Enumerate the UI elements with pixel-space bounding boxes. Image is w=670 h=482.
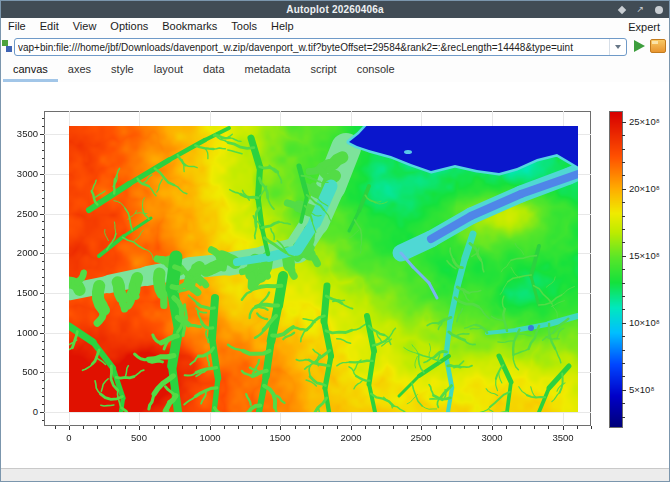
tab-canvas[interactable]: canvas [3,60,58,82]
y-minor-tick [42,245,45,246]
datasource-type-icon [2,40,13,53]
inspect-uri-button[interactable] [649,38,667,56]
x-minor-tick [309,426,310,429]
y-minor-tick [42,388,45,389]
file-inspect-icon [650,39,666,53]
y-minor-tick [42,166,45,167]
maximize-icon[interactable]: ↗ [636,5,644,14]
x-tick-label: 1500 [258,432,302,443]
window-controls: ↗ [619,1,663,18]
x-tick-label: 2000 [329,432,373,443]
tab-axes[interactable]: axes [58,60,101,82]
y-minor-tick [42,404,45,405]
tab-metadata[interactable]: metadata [235,60,301,82]
colorbar-minor-tick [622,135,625,136]
y-minor-tick [42,198,45,199]
colorbar-minor-tick [622,336,625,337]
x-minor-tick [478,426,479,429]
y-minor-tick [42,190,45,191]
keep-above-icon[interactable] [618,5,626,13]
y-major-tick [40,372,44,373]
x-minor-tick [196,426,197,429]
menu-item-help[interactable]: Help [264,18,301,35]
x-major-tick [351,426,352,430]
colorbar-minor-tick [622,202,625,203]
y-minor-tick [42,309,45,310]
menu-items: FileEditViewOptionsBookmarksToolsHelp [1,18,301,35]
expert-mode-label[interactable]: Expert [628,21,669,33]
uri-combobox[interactable] [14,38,627,56]
x-tick-label: 2500 [399,432,443,443]
y-minor-tick [42,142,45,143]
colorbar-tick-label: 10×10⁸ [629,317,660,328]
x-minor-tick [534,426,535,429]
y-minor-tick [42,158,45,159]
colorbar-minor-tick [622,350,625,351]
x-minor-tick [168,426,169,429]
y-minor-tick [42,118,45,119]
x-minor-tick [266,426,267,429]
status-bar [1,468,669,482]
y-minor-tick [42,396,45,397]
y-major-tick [40,174,44,175]
x-major-tick [421,426,422,430]
colorbar-tick-label: 5×10⁸ [629,384,654,395]
colorbar-minor-tick [622,149,625,150]
menu-item-view[interactable]: View [66,18,104,35]
colorbar-tick-label: 15×10⁸ [629,250,660,261]
address-bar [1,35,669,59]
y-gridline [44,412,591,413]
colorbar-minor-tick [622,309,625,310]
x-minor-tick [520,426,521,429]
menu-item-bookmarks[interactable]: Bookmarks [155,18,224,35]
uri-input[interactable] [15,42,609,53]
colorbar[interactable] [609,111,623,428]
y-major-tick [40,214,44,215]
y-tick-label: 0 [2,406,38,417]
menu-item-file[interactable]: File [1,18,33,35]
menubar: FileEditViewOptionsBookmarksToolsHelp Ex… [1,18,669,35]
tab-console[interactable]: console [347,60,405,82]
y-minor-tick [42,277,45,278]
x-minor-tick [182,426,183,429]
x-minor-tick [337,426,338,429]
tab-layout[interactable]: layout [144,60,193,82]
menu-item-tools[interactable]: Tools [224,18,264,35]
x-minor-tick [548,426,549,429]
colorbar-tick-label: 20×10⁸ [629,183,660,194]
x-minor-tick [577,426,578,429]
x-major-tick [492,426,493,430]
window-menu-icon[interactable] [655,6,663,14]
y-major-tick [40,333,44,334]
x-major-tick [563,426,564,430]
colorbar-minor-tick [622,229,625,230]
y-minor-tick [42,221,45,222]
y-minor-tick [42,325,45,326]
dropdown-arrow-icon[interactable] [609,39,626,55]
y-minor-tick [42,237,45,238]
x-tick-label: 500 [117,432,161,443]
tab-data[interactable]: data [193,60,234,82]
tab-script[interactable]: script [300,60,346,82]
y-major-tick [40,134,44,135]
x-minor-tick [393,426,394,429]
x-minor-tick [97,426,98,429]
y-minor-tick [42,182,45,183]
y-minor-tick [42,349,45,350]
y-minor-tick [42,285,45,286]
tab-style[interactable]: style [101,60,144,82]
colorbar-minor-tick [622,216,625,217]
go-button[interactable] [630,38,648,56]
x-minor-tick [125,426,126,429]
window-title: Autoplot 20260406a [286,4,384,15]
titlebar[interactable]: Autoplot 20260406a ↗ [1,1,669,18]
colorbar-minor-tick [622,175,625,176]
x-minor-tick [154,426,155,429]
y-tick-label: 1000 [2,327,38,338]
menu-item-edit[interactable]: Edit [33,18,66,35]
y-tick-label: 2500 [2,208,38,219]
heatmap-raster[interactable] [69,126,578,412]
menu-item-options[interactable]: Options [103,18,155,35]
colorbar-tick-label: 25×10⁸ [629,116,660,127]
colorbar-major-tick [622,390,626,391]
